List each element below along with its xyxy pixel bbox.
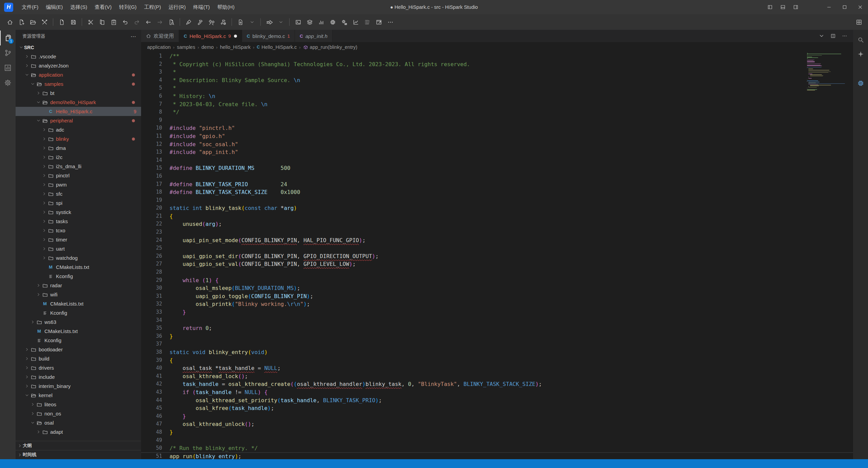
chip-config-button-icon[interactable]	[328, 17, 338, 27]
search-in-files-button-icon[interactable]	[166, 17, 176, 27]
menu-r[interactable]: 运行(R)	[165, 2, 190, 12]
tree-item-tcxo[interactable]: tcxo	[16, 226, 141, 235]
tree-item-interim_binary[interactable]: interim_binary	[16, 382, 141, 391]
flash-download-caret-icon[interactable]	[247, 17, 257, 27]
tree-item-build[interactable]: build	[16, 354, 141, 363]
tree-item-sfc[interactable]: sfc	[16, 189, 141, 198]
rebuild-button-icon[interactable]	[206, 17, 217, 27]
split-editor-button-icon[interactable]	[829, 32, 837, 40]
tree-item-pwm[interactable]: pwm	[16, 180, 141, 189]
monitor-button-icon[interactable]	[351, 17, 361, 27]
activity-analyzer-icon[interactable]	[0, 60, 16, 75]
maximize-button[interactable]	[837, 0, 852, 14]
tree-item-radar[interactable]: radar	[16, 281, 141, 290]
rail-ai-assistant-icon[interactable]	[854, 47, 867, 61]
toggle-sidebar-button[interactable]	[764, 0, 776, 14]
debug-run-caret-icon[interactable]	[276, 17, 286, 27]
tree-item-src[interactable]: SRC	[16, 43, 141, 52]
more-tools-button-icon[interactable]	[385, 17, 395, 27]
menu-v[interactable]: 查看(V)	[91, 2, 115, 12]
rail-search-icon[interactable]	[854, 33, 867, 47]
activity-explorer-icon[interactable]: 1	[0, 31, 16, 45]
terminal-button-icon[interactable]	[293, 17, 303, 27]
code-statistics-button-icon[interactable]	[316, 17, 326, 27]
tree-item-samples[interactable]: samples	[16, 79, 141, 89]
tree-item-ws63[interactable]: ws63	[16, 317, 141, 327]
editor-more-actions-icon[interactable]	[840, 32, 849, 40]
debug-run-button-icon[interactable]	[264, 17, 274, 27]
tree-item-non_os[interactable]: non_os	[16, 409, 141, 418]
tab-welcome[interactable]: 欢迎使用	[141, 30, 179, 42]
stack-analysis-button-icon[interactable]	[304, 17, 315, 27]
paste-button-icon[interactable]	[108, 17, 119, 27]
breadcrumb-item[interactable]: samples	[177, 44, 195, 50]
activity-settings-icon[interactable]	[0, 75, 16, 90]
tree-item-spi[interactable]: spi	[16, 198, 141, 208]
explorer-more-icon[interactable]: ⋯	[131, 33, 136, 40]
toggle-panel-button[interactable]	[776, 0, 789, 14]
toggle-secondary-sidebar-button[interactable]	[789, 0, 802, 14]
menu-p[interactable]: 工程(P)	[140, 2, 165, 12]
tree-item-drivers[interactable]: drivers	[16, 363, 141, 372]
new-project-button-icon[interactable]	[16, 17, 26, 27]
tree-item-systick[interactable]: systick	[16, 208, 141, 217]
tree-item-cmakelists.txt[interactable]: MCMakeLists.txt	[16, 262, 141, 272]
stop-build-button-icon[interactable]	[218, 17, 228, 27]
tree-item-.vscode[interactable]: .vscode	[16, 52, 141, 61]
tree-item-uart[interactable]: uart	[16, 244, 141, 253]
tree-item-liteos[interactable]: liteos	[16, 400, 141, 409]
breadcrumb-item[interactable]: demo	[201, 44, 214, 50]
config-check-button-icon[interactable]	[339, 17, 349, 27]
editor-layout-button[interactable]	[854, 17, 864, 27]
home-button-icon[interactable]	[5, 17, 15, 27]
tree-item-timer[interactable]: timer	[16, 235, 141, 244]
tree-item-kconfig[interactable]: Kconfig	[16, 336, 141, 345]
tree-item-analyzerjson[interactable]: analyzerJson	[16, 61, 141, 70]
tree-item-dma[interactable]: dma	[16, 143, 141, 153]
tree-item-peripheral[interactable]: peripheral	[16, 116, 141, 125]
tree-item-kconfig[interactable]: Kconfig	[16, 272, 141, 281]
section-大纲[interactable]: 大纲	[16, 441, 141, 450]
tree-item-tasks[interactable]: tasks	[16, 217, 141, 226]
cut-button-icon[interactable]	[85, 17, 96, 27]
menu-e[interactable]: 编辑(E)	[42, 2, 66, 12]
code-editor[interactable]: 1/**2 * Copyright (c) HiSilicon (Shangha…	[141, 52, 853, 459]
minimap[interactable]	[807, 53, 847, 91]
activity-source-control-icon[interactable]	[0, 45, 16, 60]
tree-item-i2c[interactable]: i2c	[16, 153, 141, 162]
breadcrumb-item[interactable]: app_run(blinky_entry)	[303, 44, 357, 50]
tree-item-bootloader[interactable]: bootloader	[16, 345, 141, 354]
tree-item-i2s_dma_lli[interactable]: i2s_dma_lli	[16, 162, 141, 171]
open-editors-dropdown-icon[interactable]	[817, 32, 826, 40]
menu-g[interactable]: 转到(G)	[115, 2, 140, 12]
tree-item-osal[interactable]: osal	[16, 418, 141, 427]
build-button-icon[interactable]	[195, 17, 205, 27]
menu-t[interactable]: 终端(T)	[190, 2, 214, 12]
tree-item-adapt[interactable]: adapt	[16, 427, 141, 436]
minimize-button[interactable]	[821, 0, 837, 14]
undo-button-icon[interactable]	[120, 17, 130, 27]
tree-item-adc[interactable]: adc	[16, 125, 141, 134]
clean-button-icon[interactable]	[183, 17, 194, 27]
navigate-back-button-icon[interactable]	[143, 17, 153, 27]
menu-f[interactable]: 文件(F)	[18, 2, 42, 12]
open-project-button-icon[interactable]	[28, 17, 38, 27]
tree-item-include[interactable]: include	[16, 372, 141, 382]
close-button[interactable]	[852, 0, 868, 14]
copy-button-icon[interactable]	[97, 17, 107, 27]
tree-item-hello_hispark.c[interactable]: CHello_HiSpark.c9	[16, 107, 141, 116]
tool-window-button-icon[interactable]	[374, 17, 384, 27]
tree-item-application[interactable]: application	[16, 70, 141, 79]
tools-button-icon[interactable]	[39, 17, 50, 27]
flash-download-button-icon[interactable]	[235, 17, 245, 27]
tree-item-blinky[interactable]: blinky	[16, 134, 141, 143]
tree-item-watchdog[interactable]: watchdog	[16, 253, 141, 262]
menu-s[interactable]: 选择(S)	[66, 2, 91, 12]
tree-item-bt[interactable]: bt	[16, 89, 141, 98]
tree-item-cmakelists.txt[interactable]: MCMakeLists.txt	[16, 299, 141, 308]
tree-item-kernel[interactable]: kernel	[16, 391, 141, 400]
tree-item-wifi[interactable]: wifi	[16, 290, 141, 299]
editor-scrollbar[interactable]	[848, 52, 853, 459]
section-时间线[interactable]: 时间线	[16, 450, 141, 459]
tree-item-pinctrl[interactable]: pinctrl	[16, 171, 141, 180]
